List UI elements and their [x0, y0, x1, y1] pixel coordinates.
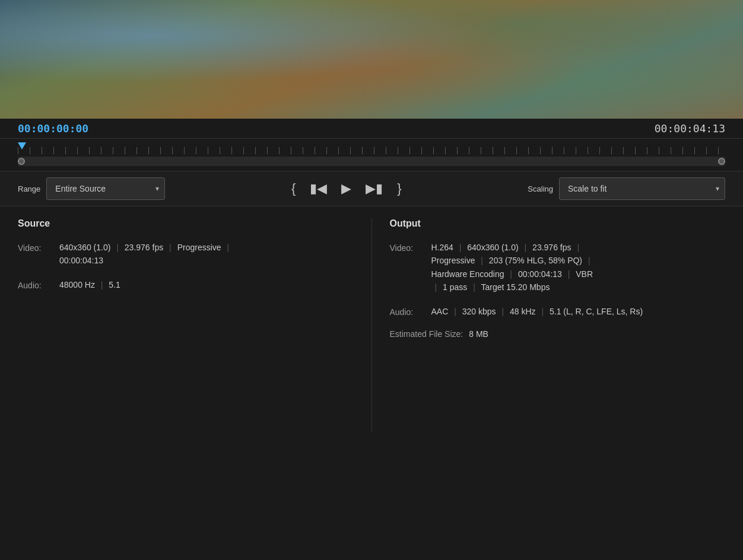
prev-frame-button[interactable]: ▮◀	[304, 179, 333, 199]
source-audio-value: 48000 Hz | 5.1	[59, 278, 354, 292]
source-video-fps: 23.976 fps	[125, 243, 163, 252]
output-video-fps: 23.976 fps	[532, 243, 571, 252]
output-video-target: Target 15.20 Mbps	[481, 282, 550, 292]
transport-controls: { ▮◀ ▶ ▶▮ }	[165, 179, 528, 199]
estimated-label: Estimated File Size:	[390, 329, 463, 339]
timeline-ruler	[18, 142, 725, 154]
timecode-total: 00:00:04:13	[655, 122, 725, 135]
sep9: |	[588, 256, 590, 265]
sep7: |	[577, 243, 579, 252]
source-video-scan: Progressive	[177, 243, 221, 252]
sep2: |	[169, 243, 172, 252]
estimated-row: Estimated File Size: 8 MB	[390, 329, 726, 339]
scaling-section: Scaling Scale to fit Stretch to fill No …	[528, 177, 725, 200]
timeline-handle-right[interactable]	[718, 158, 725, 165]
source-video-label: Video:	[18, 241, 59, 268]
range-select[interactable]: Entire Source In/Out Range Selection	[46, 177, 165, 200]
output-video-row: Video: H.264 | 640x360 (1.0) | 23.976 fp…	[390, 241, 726, 294]
source-audio-label: Audio:	[18, 278, 59, 292]
sep14: |	[454, 307, 456, 316]
sep8: |	[481, 256, 483, 265]
timeline-track[interactable]	[18, 157, 725, 166]
output-video-resolution: 640x360 (1.0)	[467, 243, 518, 252]
source-audio-channels: 5.1	[109, 280, 120, 289]
output-audio-channels: 5.1 (L, R, C, LFE, Ls, Rs)	[550, 307, 643, 316]
output-audio-row: Audio: AAC | 320 kbps | 48 kHz | 5.1 (L,…	[390, 305, 726, 319]
output-video-duration: 00:00:04:13	[518, 269, 562, 279]
sep16: |	[541, 307, 544, 316]
go-to-start-button[interactable]: {	[285, 179, 301, 199]
output-video-quality: 203 (75% HLG, 58% PQ)	[489, 256, 582, 265]
next-frame-button[interactable]: ▶▮	[360, 179, 389, 199]
output-video-label: Video:	[390, 241, 431, 294]
source-audio-hz: 48000 Hz	[59, 280, 95, 289]
range-label: Range	[18, 184, 40, 193]
output-video-vbr: VBR	[576, 269, 593, 279]
timecode-current: 00:00:00:00	[18, 122, 88, 135]
sep1: |	[116, 243, 119, 252]
source-video-duration: 00:00:04:13	[59, 256, 103, 265]
timeline-handle-left[interactable]	[18, 158, 25, 165]
range-select-wrapper: Entire Source In/Out Range Selection ▾	[46, 177, 165, 200]
output-panel: Output Video: H.264 | 640x360 (1.0) | 23…	[372, 218, 726, 432]
sep13: |	[473, 282, 475, 292]
source-video-value: 640x360 (1.0) | 23.976 fps | Progressive…	[59, 241, 354, 268]
source-video-resolution: 640x360 (1.0)	[59, 243, 110, 252]
estimated-value: 8 MB	[469, 329, 488, 339]
source-panel: Source Video: 640x360 (1.0) | 23.976 fps…	[18, 218, 372, 432]
output-audio-bitrate: 320 kbps	[462, 307, 496, 316]
play-button[interactable]: ▶	[335, 179, 357, 199]
scaling-label: Scaling	[528, 184, 553, 193]
sep4: |	[101, 280, 103, 289]
sep3: |	[227, 243, 229, 252]
scaling-select-wrapper: Scale to fit Stretch to fill No scaling …	[559, 177, 725, 200]
info-panels: Source Video: 640x360 (1.0) | 23.976 fps…	[0, 206, 743, 444]
output-video-value: H.264 | 640x360 (1.0) | 23.976 fps | Pro…	[431, 241, 726, 294]
video-preview	[0, 0, 743, 119]
controls-row: Range Entire Source In/Out Range Selecti…	[0, 171, 743, 206]
output-video-passes: 1 pass	[443, 282, 467, 292]
sep12: |	[435, 282, 437, 292]
sep15: |	[501, 307, 504, 316]
source-video-row: Video: 640x360 (1.0) | 23.976 fps | Prog…	[18, 241, 354, 268]
output-video-codec: H.264	[431, 243, 453, 252]
output-panel-title: Output	[390, 218, 726, 229]
sep6: |	[525, 243, 527, 252]
timecode-row: 00:00:00:00 00:00:04:13	[0, 119, 743, 139]
output-audio-khz: 48 kHz	[510, 307, 536, 316]
sep5: |	[459, 243, 462, 252]
output-audio-label: Audio:	[390, 305, 431, 319]
scaling-select[interactable]: Scale to fit Stretch to fill No scaling	[559, 177, 725, 200]
output-audio-value: AAC | 320 kbps | 48 kHz | 5.1 (L, R, C, …	[431, 305, 726, 319]
timeline-area[interactable]	[0, 139, 743, 171]
source-audio-row: Audio: 48000 Hz | 5.1	[18, 278, 354, 292]
output-video-scan: Progressive	[431, 256, 475, 265]
go-to-end-button[interactable]: }	[391, 179, 407, 199]
source-panel-title: Source	[18, 218, 354, 229]
timeline-ticks	[18, 147, 725, 154]
sep11: |	[568, 269, 570, 279]
video-frame	[0, 0, 743, 119]
sep10: |	[510, 269, 512, 279]
output-audio-codec: AAC	[431, 307, 449, 316]
output-video-encoding: Hardware Encoding	[431, 269, 504, 279]
